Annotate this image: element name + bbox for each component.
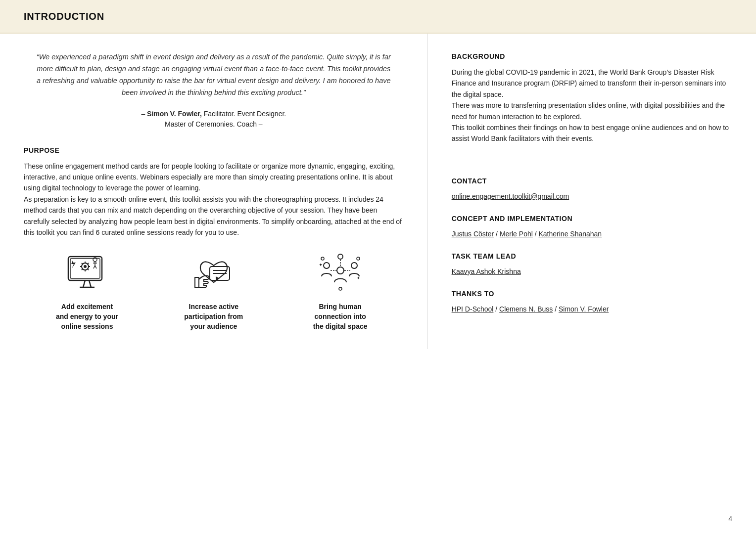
left-column: “We experienced a paradigm shift in even… (0, 34, 428, 349)
svg-text:✦: ✦ (319, 262, 323, 267)
thanks-section: THANKS TO HPI D-School / Clemens N. Buss… (452, 289, 732, 314)
svg-point-28 (338, 254, 343, 259)
link-simon[interactable]: Simon V. Fowler (559, 305, 609, 313)
svg-marker-20 (71, 260, 76, 268)
engagement-icon (189, 252, 238, 296)
svg-text:✦: ✦ (357, 276, 360, 280)
contact-title: CONTACT (452, 176, 732, 186)
taskteam-title: TASK TEAM LEAD (452, 251, 732, 262)
background-para1: During the global COVID-19 pandemic in 2… (452, 67, 732, 100)
link-katherine[interactable]: Katherine Shanahan (538, 230, 602, 238)
purpose-para1: These online engagement method cards are… (24, 161, 404, 194)
thanks-people: HPI D-School / Clemens N. Buss / Simon V… (452, 304, 732, 314)
svg-point-34 (339, 287, 342, 290)
right-column: BACKGROUND During the global COVID-19 pa… (428, 34, 756, 349)
icon-item-connection: ✦ ✦ Bring humanconnection intothe digita… (277, 252, 404, 331)
background-para2: There was more to transferring presentat… (452, 100, 732, 122)
concept-title: CONCEPT AND IMPLEMENTATION (452, 214, 732, 224)
svg-point-33 (357, 257, 360, 260)
link-justus[interactable]: Justus Cöster (452, 230, 494, 238)
svg-line-13 (87, 263, 89, 265)
attribution-role: Facilitator. Event Designer. (202, 110, 286, 118)
icon-label-participation: Increase activeparticipation fromyour au… (184, 302, 243, 331)
svg-line-2 (83, 280, 85, 287)
link-clemens[interactable]: Clemens N. Buss (499, 305, 553, 313)
attribution-dash: – (141, 110, 145, 118)
attribution-dash2: – (259, 120, 263, 128)
svg-line-12 (87, 269, 89, 270)
icons-row: Add excitementand energy to youronline s… (24, 252, 404, 331)
svg-point-32 (321, 257, 324, 260)
svg-point-15 (93, 258, 97, 262)
attribution-line2: Master of Ceremonies. Coach (165, 120, 257, 128)
link-merle[interactable]: Merle Pohl (500, 230, 533, 238)
svg-line-11 (82, 263, 83, 265)
icon-item-excitement: Add excitementand energy to youronline s… (24, 252, 150, 331)
background-title: BACKGROUND (452, 51, 732, 62)
svg-point-6 (84, 265, 87, 268)
taskteam-section: TASK TEAM LEAD Kaavya Ashok Krishna (452, 251, 732, 277)
page-title: INTRODUCTION (24, 9, 732, 24)
link-kaavya[interactable]: Kaavya Ashok Krishna (452, 267, 521, 275)
purpose-para2: As preparation is key to a smooth online… (24, 194, 404, 238)
purpose-section: PURPOSE These online engagement method c… (24, 145, 404, 238)
icon-item-participation: Increase activeparticipation fromyour au… (150, 252, 277, 331)
header-bar: INTRODUCTION (0, 0, 756, 34)
purpose-title: PURPOSE (24, 145, 404, 156)
background-section: BACKGROUND During the global COVID-19 pa… (452, 51, 732, 144)
icon-label-connection: Bring humanconnection intothe digital sp… (313, 302, 368, 331)
taskteam-person: Kaavya Ashok Krishna (452, 267, 732, 277)
concept-section: CONCEPT AND IMPLEMENTATION Justus Cöster… (452, 214, 732, 239)
attribution: – Simon V. Fowler, Facilitator. Event De… (24, 109, 404, 130)
monitor-icon (62, 252, 112, 296)
svg-point-25 (337, 267, 344, 274)
quote-text: “We experienced a paradigm shift in even… (37, 53, 391, 96)
svg-line-18 (94, 266, 95, 268)
connection-icon: ✦ ✦ (316, 252, 365, 296)
attribution-name: Simon V. Fowler, (147, 110, 202, 118)
contact-section: CONTACT online.engagement.toolkit@gmail.… (452, 176, 732, 202)
link-hpi[interactable]: HPI D-School (452, 305, 494, 313)
page: INTRODUCTION “We experienced a paradigm … (0, 0, 756, 534)
main-content: “We experienced a paradigm shift in even… (0, 34, 756, 349)
background-para3: This toolkit combines their findings on … (452, 122, 732, 144)
icon-label-excitement: Add excitementand energy to youronline s… (56, 302, 118, 331)
svg-line-3 (89, 280, 91, 287)
svg-point-27 (351, 263, 357, 268)
page-number: 4 (728, 514, 732, 524)
svg-line-14 (82, 269, 83, 270)
svg-point-26 (324, 263, 330, 268)
concept-people: Justus Cöster / Merle Pohl / Katherine S… (452, 229, 732, 239)
contact-email[interactable]: online.engagement.toolkit@gmail.com (452, 192, 569, 200)
svg-line-19 (95, 266, 96, 268)
thanks-title: THANKS TO (452, 289, 732, 299)
quote-block: “We experienced a paradigm shift in even… (24, 51, 404, 99)
